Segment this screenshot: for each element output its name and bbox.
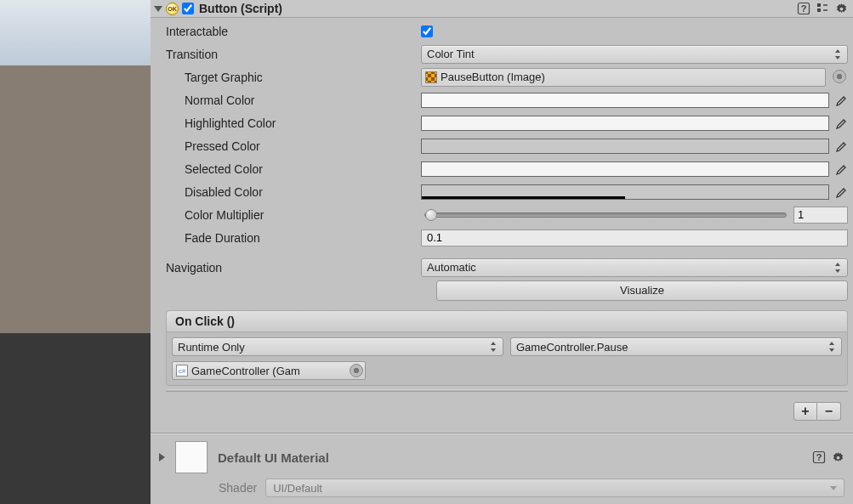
viewport-ground: [0, 65, 151, 333]
add-button[interactable]: +: [793, 402, 817, 421]
component-title: Button (Script): [199, 2, 282, 15]
normal-color-row: Normal Color: [166, 88, 848, 111]
svg-text:?: ?: [816, 452, 822, 462]
foldout-toggle[interactable]: [154, 6, 162, 12]
navigation-label: Navigation: [166, 261, 418, 275]
image-icon: [425, 71, 437, 83]
selected-color-row: Selected Color: [166, 157, 848, 180]
shader-label: Shader: [219, 481, 257, 495]
svg-point-7: [836, 456, 839, 459]
highlighted-color-swatch[interactable]: [421, 116, 829, 131]
material-foldout[interactable]: [159, 453, 165, 462]
eyedropper-icon[interactable]: [833, 93, 848, 108]
color-multiplier-row: Color Multiplier: [166, 203, 848, 226]
shader-value: UI/Default: [273, 482, 322, 495]
pressed-color-row: Pressed Color: [166, 134, 848, 157]
svg-text:?: ?: [801, 3, 807, 14]
visualize-button[interactable]: Visualize: [436, 280, 848, 301]
color-multiplier-slider[interactable]: [424, 212, 787, 218]
disabled-color-label: Disabled Color: [166, 185, 418, 199]
pressed-color-swatch[interactable]: [421, 139, 829, 154]
interactable-row: Interactable: [166, 20, 848, 42]
fade-duration-label: Fade Duration: [166, 231, 418, 245]
transition-label: Transition: [166, 48, 418, 61]
target-graphic-label: Target Graphic: [166, 71, 418, 84]
material-preview: [175, 441, 208, 473]
eyedropper-icon[interactable]: [833, 139, 848, 154]
color-multiplier-label: Color Multiplier: [166, 208, 418, 222]
svg-rect-2: [817, 3, 821, 7]
script-icon: OK: [166, 3, 179, 15]
transition-value: Color Tint: [427, 48, 475, 60]
highlighted-color-label: Highlighted Color: [166, 116, 418, 130]
normal-color-swatch[interactable]: [421, 93, 829, 108]
runtime-select[interactable]: Runtime Only: [172, 337, 503, 356]
component-enable-checkbox[interactable]: [182, 3, 194, 14]
svg-rect-3: [817, 8, 821, 12]
selected-color-label: Selected Color: [166, 162, 418, 176]
navigation-value: Automatic: [427, 261, 476, 274]
preset-icon[interactable]: [816, 2, 829, 15]
eyedropper-icon[interactable]: [833, 116, 848, 131]
scene-viewport-strip: [0, 0, 151, 504]
navigation-row: Navigation Automatic: [166, 256, 848, 279]
color-multiplier-input[interactable]: [793, 207, 848, 224]
interactable-checkbox[interactable]: [421, 25, 433, 37]
disabled-color-swatch[interactable]: [421, 184, 829, 200]
viewport-sky: [0, 0, 151, 65]
gear-icon[interactable]: [834, 2, 848, 15]
runtime-value: Runtime Only: [178, 341, 245, 354]
viewport-below: [0, 333, 151, 504]
transition-row: Transition Color Tint: [166, 42, 848, 65]
event-target-field[interactable]: c# GameController (Gam: [172, 361, 366, 380]
highlighted-color-row: Highlighted Color: [166, 111, 848, 134]
add-remove-row: + −: [166, 402, 841, 421]
remove-button[interactable]: −: [817, 402, 841, 421]
onclick-header: On Click (): [166, 310, 848, 332]
method-select[interactable]: GameController.Pause: [510, 337, 842, 356]
eyedropper-icon[interactable]: [833, 184, 848, 200]
disabled-color-row: Disabled Color: [166, 180, 848, 203]
component-header: OK Button (Script) ?: [151, 0, 853, 18]
help-icon[interactable]: ?: [797, 2, 810, 15]
onclick-block: On Click () Runtime Only GameController.…: [166, 310, 848, 386]
pressed-color-label: Pressed Color: [166, 139, 418, 153]
navigation-select[interactable]: Automatic: [421, 258, 848, 277]
svg-point-4: [839, 7, 843, 10]
material-name: Default UI Material: [218, 450, 329, 465]
help-icon[interactable]: ?: [812, 450, 826, 464]
eyedropper-icon[interactable]: [833, 161, 848, 177]
fade-duration-input[interactable]: [421, 229, 848, 246]
target-graphic-field[interactable]: PauseButton (Image): [421, 68, 826, 87]
gameobject-icon: c#: [176, 365, 188, 377]
shader-select[interactable]: UI/Default: [265, 479, 844, 497]
event-target-value: GameController (Gam: [191, 365, 300, 377]
interactable-label: Interactable: [166, 25, 418, 38]
object-picker-icon[interactable]: [833, 70, 846, 83]
inspector-panel: OK Button (Script) ? Interactable: [151, 0, 853, 504]
fade-duration-row: Fade Duration: [166, 226, 848, 249]
selected-color-swatch[interactable]: [421, 161, 829, 177]
method-value: GameController.Pause: [516, 341, 628, 354]
visualize-row: Visualize: [166, 279, 848, 302]
object-picker-icon[interactable]: [350, 364, 363, 377]
target-graphic-value: PauseButton (Image): [441, 71, 545, 83]
material-block: Default UI Material ? Shader UI/Default: [151, 434, 853, 504]
target-graphic-row: Target Graphic PauseButton (Image): [166, 65, 848, 88]
component-body: Interactable Transition Color Tint Targe…: [151, 18, 853, 428]
gear-icon[interactable]: [831, 450, 844, 464]
transition-select[interactable]: Color Tint: [421, 45, 848, 64]
normal-color-label: Normal Color: [166, 93, 418, 107]
slider-thumb[interactable]: [425, 209, 437, 221]
